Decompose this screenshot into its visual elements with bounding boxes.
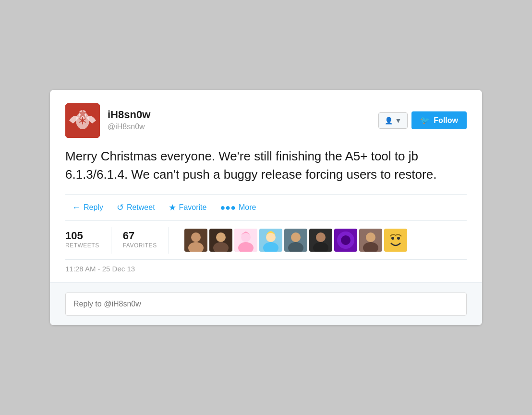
- stat-avatars: [181, 227, 467, 254]
- mini-avatar-6: [309, 229, 332, 252]
- tweet-header: iH8sn0w @iH8sn0w 👤 ▼ 🐦 Follow: [65, 103, 467, 138]
- tweet-timestamp: 11:28 AM - 25 Dec 13: [65, 259, 467, 282]
- dropdown-arrow: ▼: [395, 117, 401, 124]
- tweet-card: iH8sn0w @iH8sn0w 👤 ▼ 🐦 Follow Merry Chri…: [50, 90, 482, 325]
- twitter-bird-icon: 🐦: [420, 116, 430, 125]
- svg-point-21: [316, 232, 326, 242]
- favorites-stat: 67 FAVORITES: [123, 227, 169, 254]
- screen-name: @iH8sn0w: [108, 122, 150, 132]
- more-dots-icon: ●●●: [220, 203, 236, 213]
- svg-point-30: [388, 232, 403, 247]
- favorite-button[interactable]: ★ Favorite: [162, 199, 214, 216]
- svg-point-9: [216, 232, 226, 242]
- mini-avatar-2: [209, 229, 232, 252]
- follow-buttons: 👤 ▼ 🐦 Follow: [378, 111, 467, 129]
- person-icon: 👤: [385, 117, 393, 124]
- reply-label: Reply: [84, 203, 103, 212]
- svg-point-18: [291, 232, 301, 242]
- star-icon: ★: [169, 202, 176, 213]
- tweet-footer: [50, 282, 482, 325]
- retweets-label: RETWEETS: [65, 242, 99, 249]
- retweets-count: 105: [65, 230, 99, 242]
- display-name: iH8sn0w: [108, 109, 150, 121]
- more-label: More: [239, 203, 256, 212]
- follow-dropdown-button[interactable]: 👤 ▼: [378, 112, 408, 129]
- follow-label: Follow: [434, 116, 458, 125]
- retweet-icon: ↺: [117, 202, 124, 213]
- svg-point-32: [397, 237, 400, 240]
- favorites-count: 67: [123, 230, 157, 242]
- svg-point-6: [191, 232, 201, 242]
- svg-point-4: [81, 119, 84, 122]
- tweet-stats: 105 RETWEETS 67 FAVORITES: [65, 220, 467, 259]
- mini-avatar-9: [384, 229, 407, 252]
- retweets-stat: 105 RETWEETS: [65, 227, 111, 254]
- follow-button[interactable]: 🐦 Follow: [411, 111, 467, 129]
- reply-button[interactable]: ← Reply: [65, 200, 110, 216]
- favorite-label: Favorite: [179, 203, 207, 212]
- favorites-label: FAVORITES: [123, 242, 157, 249]
- tweet-main: iH8sn0w @iH8sn0w 👤 ▼ 🐦 Follow Merry Chri…: [50, 90, 482, 282]
- mini-avatar-8: [359, 229, 382, 252]
- reply-input-container: [65, 293, 467, 316]
- retweet-label: Retweet: [127, 203, 155, 212]
- mini-avatar-1: [184, 229, 207, 252]
- mini-avatar-4: [259, 229, 282, 252]
- user-names: iH8sn0w @iH8sn0w: [108, 109, 150, 132]
- reply-input[interactable]: [65, 293, 467, 316]
- tweet-user-info: iH8sn0w @iH8sn0w: [65, 103, 150, 138]
- reply-icon: ←: [72, 203, 81, 213]
- retweet-button[interactable]: ↺ Retweet: [110, 199, 162, 216]
- svg-point-25: [341, 235, 351, 245]
- tweet-actions: ← Reply ↺ Retweet ★ Favorite ●●● More: [65, 194, 467, 220]
- tweet-text: Merry Christmas everyone. We're still fi…: [65, 147, 467, 183]
- mini-avatar-7: [334, 229, 357, 252]
- mini-avatar-5: [284, 229, 307, 252]
- more-button[interactable]: ●●● More: [213, 200, 263, 216]
- mini-avatar-3: [234, 229, 257, 252]
- svg-point-31: [391, 237, 394, 240]
- avatar: [65, 103, 100, 138]
- svg-point-27: [366, 232, 375, 242]
